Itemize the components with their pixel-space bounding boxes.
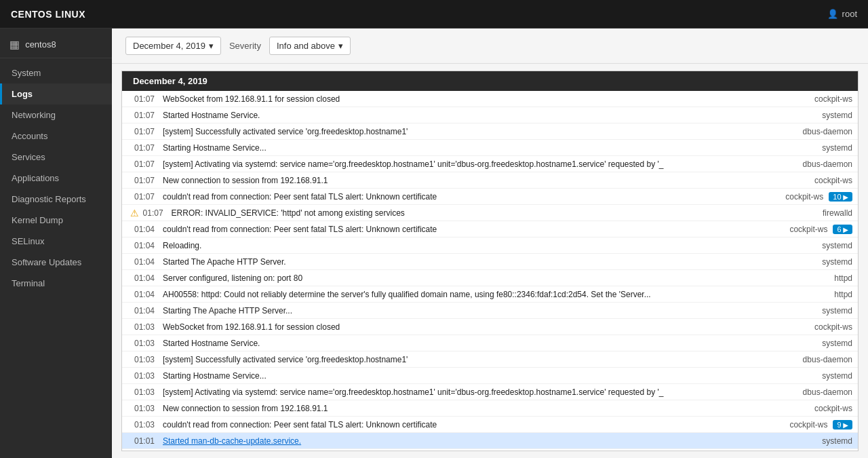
log-source: systemd bbox=[771, 371, 852, 381]
log-badge[interactable]: 6 bbox=[833, 225, 852, 234]
log-message: New connection to session from 192.168.9… bbox=[163, 176, 771, 185]
log-message: AH00558: httpd: Could not reliably deter… bbox=[163, 290, 771, 299]
user-menu[interactable]: 👤 root bbox=[827, 9, 857, 19]
log-message: WebSocket from 192.168.91.1 for session … bbox=[163, 94, 771, 104]
severity-filter-button[interactable]: Info and above ▾ bbox=[269, 37, 351, 55]
log-time: 01:03 bbox=[134, 339, 160, 348]
log-time: 01:07 bbox=[143, 208, 169, 218]
log-message: couldn't read from connection: Peer sent… bbox=[163, 420, 746, 430]
log-message: New connection to session from 192.168.9… bbox=[163, 404, 771, 413]
app-title: CENTOS LINUX bbox=[11, 9, 85, 20]
log-source: systemd bbox=[771, 241, 852, 250]
log-time: 01:07 bbox=[134, 94, 160, 104]
log-time: 01:04 bbox=[134, 290, 160, 299]
log-row: 01:07New connection to session from 192.… bbox=[122, 172, 858, 189]
sidebar-item-system[interactable]: System bbox=[0, 62, 112, 83]
sidebar-item-terminal[interactable]: Terminal bbox=[0, 273, 112, 294]
log-time: 01:07 bbox=[134, 127, 160, 136]
log-row: 01:04Starting The Apache HTTP Server...s… bbox=[122, 303, 858, 319]
sidebar-item-applications[interactable]: Applications bbox=[0, 168, 112, 189]
sidebar-item-networking[interactable]: Networking bbox=[0, 104, 112, 126]
main-content: December 4, 2019 ▾ Severity Info and abo… bbox=[112, 28, 868, 458]
log-row: 01:03Starting Hostname Service...systemd bbox=[122, 368, 858, 384]
date-dropdown-icon: ▾ bbox=[209, 41, 214, 51]
log-toolbar: December 4, 2019 ▾ Severity Info and abo… bbox=[112, 28, 868, 64]
log-row: 01:07[system] Successfully activated ser… bbox=[122, 123, 858, 140]
log-source: systemd bbox=[771, 111, 852, 120]
log-source: cockpit-ws bbox=[771, 404, 852, 413]
sidebar-item-accounts[interactable]: Accounts bbox=[0, 126, 112, 147]
log-source: dbus-daemon bbox=[771, 127, 852, 136]
log-badge[interactable]: 9 bbox=[833, 420, 852, 430]
log-source: systemd bbox=[771, 143, 852, 153]
log-message: Starting Hostname Service... bbox=[163, 143, 771, 153]
log-message: Server configured, listening on: port 80 bbox=[163, 273, 771, 283]
log-source: systemd bbox=[771, 306, 852, 316]
log-source: cockpit-ws bbox=[746, 225, 827, 234]
log-row: 01:07Started Hostname Service.systemd bbox=[122, 107, 858, 123]
log-source: systemd bbox=[771, 339, 852, 348]
log-row: 01:07Starting Hostname Service...systemd bbox=[122, 140, 858, 156]
log-time: 01:04 bbox=[134, 241, 160, 250]
log-row: 01:07WebSocket from 192.168.91.1 for ses… bbox=[122, 91, 858, 107]
severity-label: Severity bbox=[229, 41, 261, 51]
sidebar-item-software-updates[interactable]: Software Updates bbox=[0, 252, 112, 273]
log-time: 01:03 bbox=[134, 355, 160, 364]
log-source: cockpit-ws bbox=[746, 420, 827, 430]
log-time: 01:04 bbox=[134, 257, 160, 267]
log-row: 01:03[system] Successfully activated ser… bbox=[122, 351, 858, 368]
log-message: WebSocket from 192.168.91.1 for session … bbox=[163, 322, 771, 332]
log-time: 01:04 bbox=[134, 273, 160, 283]
log-time: 01:03 bbox=[134, 322, 160, 332]
log-row: 01:01Starting man-db-cache-update.servic… bbox=[122, 449, 858, 451]
log-row: 01:03Started Hostname Service.systemd bbox=[122, 335, 858, 351]
server-entry[interactable]: ▦ centos8 bbox=[0, 31, 112, 58]
log-time: 01:01 bbox=[134, 436, 160, 446]
log-time: 01:04 bbox=[134, 225, 160, 234]
log-source: cockpit-ws bbox=[771, 94, 852, 104]
log-source: systemd bbox=[771, 257, 852, 267]
user-label: root bbox=[842, 9, 857, 19]
log-source: dbus-daemon bbox=[771, 159, 852, 169]
log-row: 01:04AH00558: httpd: Could not reliably … bbox=[122, 286, 858, 303]
server-name: centos8 bbox=[25, 39, 56, 50]
topbar: CENTOS LINUX 👤 root bbox=[0, 0, 868, 28]
sidebar-item-selinux[interactable]: SELinux bbox=[0, 231, 112, 252]
log-row: 01:04couldn't read from connection: Peer… bbox=[122, 221, 858, 237]
server-icon: ▦ bbox=[9, 38, 20, 51]
log-message: [system] Activating via systemd: service… bbox=[163, 387, 771, 397]
log-source: cockpit-ws bbox=[771, 176, 852, 185]
log-message: [system] Successfully activated service … bbox=[163, 127, 771, 136]
log-row: 01:07[system] Activating via systemd: se… bbox=[122, 156, 858, 172]
log-message: [system] Activating via systemd: service… bbox=[163, 159, 771, 169]
sidebar-item-kernel-dump[interactable]: Kernel Dump bbox=[0, 210, 112, 231]
log-message: Starting Hostname Service... bbox=[163, 371, 771, 381]
log-row: 01:07couldn't read from connection: Peer… bbox=[122, 189, 858, 205]
log-time: 01:03 bbox=[134, 387, 160, 397]
log-row: 01:04Reloading.systemd bbox=[122, 237, 858, 254]
sidebar-item-diagnostic-reports[interactable]: Diagnostic Reports bbox=[0, 189, 112, 210]
log-time: 01:07 bbox=[134, 176, 160, 185]
date-filter-button[interactable]: December 4, 2019 ▾ bbox=[125, 37, 221, 55]
date-filter-label: December 4, 2019 bbox=[133, 41, 205, 51]
log-row: 01:03WebSocket from 192.168.91.1 for ses… bbox=[122, 319, 858, 335]
log-message: couldn't read from connection: Peer sent… bbox=[163, 225, 746, 234]
log-source: httpd bbox=[771, 273, 852, 283]
log-rows: 01:07WebSocket from 192.168.91.1 for ses… bbox=[122, 91, 858, 451]
log-message[interactable]: Started man-db-cache-update.service. bbox=[163, 436, 771, 446]
severity-dropdown-icon: ▾ bbox=[338, 41, 343, 51]
log-source: dbus-daemon bbox=[771, 355, 852, 364]
log-row: 01:04Started The Apache HTTP Server.syst… bbox=[122, 254, 858, 270]
log-message: [system] Successfully activated service … bbox=[163, 355, 771, 364]
log-source: firewalld bbox=[771, 208, 852, 218]
log-source: httpd bbox=[771, 290, 852, 299]
log-badge[interactable]: 10 bbox=[829, 192, 852, 202]
sidebar-item-logs[interactable]: Logs bbox=[0, 83, 112, 104]
log-time: 01:07 bbox=[134, 159, 160, 169]
sidebar-item-services[interactable]: Services bbox=[0, 147, 112, 168]
log-time: 01:03 bbox=[134, 404, 160, 413]
log-container[interactable]: December 4, 2019 01:07WebSocket from 192… bbox=[121, 71, 859, 451]
log-row[interactable]: 01:01Started man-db-cache-update.service… bbox=[122, 433, 858, 449]
log-row: 01:04Server configured, listening on: po… bbox=[122, 270, 858, 286]
log-time: 01:07 bbox=[134, 192, 160, 202]
